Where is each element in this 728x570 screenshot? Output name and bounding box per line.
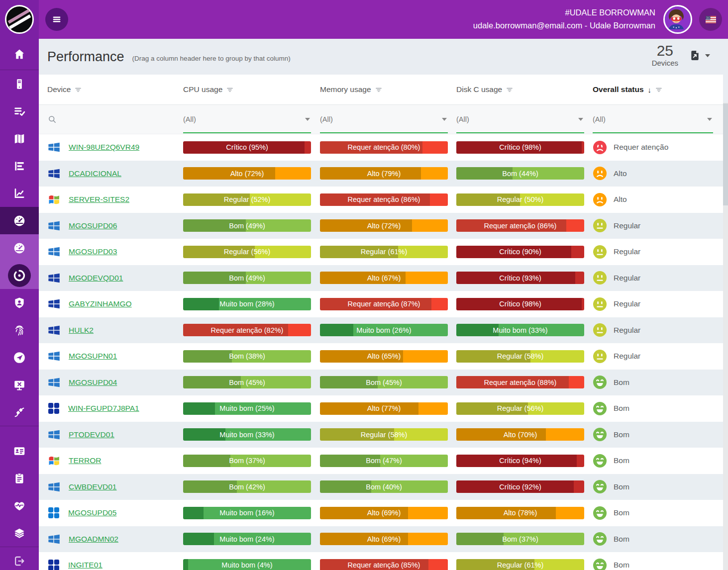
device-link[interactable]: MGOSUPD04	[69, 378, 117, 387]
windows-logo-icon	[47, 402, 60, 415]
table-row: MGODEVQD01Bom (49%)Alto (67%)Crítico (93…	[39, 265, 723, 291]
export-file-icon	[689, 49, 701, 62]
memory-filter-select[interactable]: (All)	[320, 105, 448, 134]
table-row: PTODEVD01Muito bom (33%)Regular (58%)Alt…	[39, 422, 723, 448]
cpu-filter-select[interactable]: (All)	[183, 105, 311, 134]
device-search-input[interactable]	[62, 115, 154, 124]
cpu-cell: Bom (37%)	[183, 455, 320, 467]
device-cell: MGOSUPN01	[39, 350, 183, 363]
menu-toggle-button[interactable]	[45, 8, 68, 31]
sidebar-item-devices[interactable]	[0, 70, 39, 97]
device-link[interactable]: MGOADMN02	[69, 535, 118, 544]
sidebar-item-bar-chart[interactable]	[0, 152, 39, 180]
scrollbar[interactable]	[723, 102, 728, 570]
device-link[interactable]: WIN-FGUPD7J8PA1	[68, 404, 139, 413]
column-header-device[interactable]: Device	[39, 85, 183, 94]
filter-icon[interactable]	[655, 87, 662, 93]
sidebar-item-shield-user[interactable]	[0, 289, 39, 316]
disk-usage-label: Requer atenção (88%)	[484, 379, 557, 386]
device-cell: MGOSUPD04	[39, 376, 183, 389]
table-row: MGOSUPN01Bom (38%)Alto (65%)Regular (58%…	[39, 343, 723, 370]
device-link[interactable]: WIN-98UE2Q6VR49	[69, 143, 139, 152]
export-button[interactable]	[686, 49, 713, 62]
sidebar-item-home[interactable]	[0, 39, 39, 70]
column-header-disk[interactable]: Disk C usage	[456, 85, 593, 94]
disk-usage-bar: Requer atenção (86%)	[456, 219, 584, 232]
sidebar-item-gauge-secondary[interactable]	[0, 234, 39, 262]
column-header-cpu[interactable]: CPU usage	[183, 85, 320, 94]
cpu-usage-label: Bom (37%)	[229, 457, 265, 465]
device-link[interactable]: MGOSUPD06	[69, 221, 117, 230]
overall-status-label: Bom	[614, 561, 629, 570]
sidebar-item-reports-list[interactable]	[0, 97, 39, 125]
overall-status-filter-select[interactable]: (All)	[593, 105, 713, 134]
sidebar-item-layers[interactable]	[0, 519, 39, 547]
memory-cell: Bom (47%)	[320, 455, 456, 467]
device-link[interactable]: DCADICIONAL	[69, 169, 121, 178]
cpu-cell: Bom (49%)	[183, 272, 320, 284]
device-link[interactable]: CWBDEVD01	[69, 482, 116, 491]
cpu-usage-bar: Muito bom (25%)	[183, 402, 311, 415]
avatar[interactable]	[663, 5, 692, 34]
sidebar-item-id-card[interactable]	[0, 426, 39, 465]
home-icon	[13, 48, 26, 61]
device-link[interactable]: MGOSUPD03	[69, 247, 117, 256]
sidebar-item-donut-chart[interactable]	[0, 262, 39, 289]
memory-usage-label: Bom (47%)	[366, 457, 402, 465]
app-logo-icon	[5, 5, 34, 34]
filter-icon[interactable]	[506, 87, 513, 93]
column-header-overall-status[interactable]: Overall status ↓	[593, 85, 723, 94]
filter-icon[interactable]	[226, 87, 233, 93]
id-card-icon	[13, 445, 26, 458]
status-face-icon	[593, 297, 607, 311]
disk-cell: Regular (56%)	[456, 402, 593, 415]
sidebar-item-send[interactable]	[0, 344, 39, 371]
disk-cell: Requer atenção (86%)	[456, 219, 593, 232]
sidebar-item-line-chart[interactable]	[0, 180, 39, 207]
device-cell: SERVER-SITES2	[39, 193, 183, 206]
device-cell: GABYZINHAMGO	[39, 297, 183, 310]
main-content: Performance (Drag a column header here t…	[39, 39, 728, 570]
memory-usage-bar: Bom (45%)	[320, 376, 448, 388]
column-header-memory[interactable]: Memory usage	[320, 85, 456, 94]
cpu-usage-label: Crítico (95%)	[226, 143, 268, 151]
page-title: Performance	[47, 49, 124, 65]
disk-cell: Crítico (98%)	[456, 298, 593, 310]
cpu-usage-label: Alto (72%)	[230, 170, 264, 178]
user-info: #UDALE BORROWMAN udale.borrowman@email.c…	[473, 6, 655, 32]
sidebar-item-fingerprint[interactable]	[0, 316, 39, 344]
device-link[interactable]: MGODEVQD01	[69, 274, 123, 283]
filter-icon[interactable]	[75, 87, 82, 93]
sidebar-item-clipboard[interactable]	[0, 465, 39, 492]
language-button[interactable]	[699, 8, 722, 31]
table-row: MGOSUPD03Regular (56%)Regular (61%)Críti…	[39, 239, 723, 265]
device-link[interactable]: PTODEVD01	[69, 430, 114, 439]
overall-status-cell: Regular	[593, 245, 723, 259]
sidebar-item-map[interactable]	[0, 125, 39, 152]
device-link[interactable]: SERVER-SITES2	[69, 195, 129, 204]
cpu-usage-bar: Alto (72%)	[183, 167, 311, 180]
scrollbar-thumb[interactable]	[723, 103, 728, 205]
disk-filter-select[interactable]: (All)	[456, 105, 584, 134]
memory-usage-label: Regular (61%)	[361, 248, 408, 256]
table-row: INGITE01Muito bom (4%)Requer atenção (85…	[39, 552, 723, 570]
device-link[interactable]: GABYZINHAMGO	[69, 299, 132, 308]
sidebar-item-performance-gauge[interactable]	[0, 207, 39, 234]
disk-usage-label: Regular (61%)	[497, 561, 544, 569]
sidebar-item-remote-desktop[interactable]	[0, 371, 39, 398]
disk-usage-bar: Crítico (93%)	[456, 272, 584, 284]
device-link[interactable]: MGOSUPN01	[69, 352, 117, 361]
remote-desktop-icon	[13, 379, 26, 391]
device-link[interactable]: HULK2	[69, 326, 94, 335]
sidebar-item-cable[interactable]	[0, 398, 39, 426]
device-link[interactable]: TERROR	[69, 456, 101, 465]
sidebar-item-heart-pulse[interactable]	[0, 492, 39, 519]
sidebar-item-logout[interactable]	[0, 547, 39, 570]
disk-cell: Crítico (98%)	[456, 141, 593, 154]
windows-logo-icon	[47, 245, 61, 258]
table-header-row: Device CPU usage Memory usage Disk C usa…	[39, 75, 723, 105]
device-link[interactable]: INGITE01	[68, 561, 103, 570]
disk-usage-label: Crítico (98%)	[499, 300, 541, 308]
filter-icon[interactable]	[375, 87, 382, 93]
device-link[interactable]: MGOSUPD05	[68, 508, 116, 517]
